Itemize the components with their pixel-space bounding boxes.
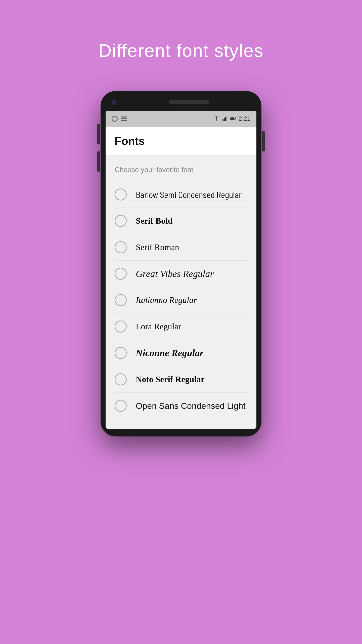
font-item-serif-roman[interactable]: Serif Roman [115,234,247,261]
phone-screen: 2:21 Fonts Choose your favorite font Bar… [106,111,256,429]
radio-great-vibes[interactable] [115,268,127,280]
font-item-great-vibes[interactable]: Great Vibes Regular [115,261,247,287]
status-bar: 2:21 [106,111,256,127]
font-item-niconne[interactable]: Niconne Regular [115,340,247,366]
notification-icon [112,116,118,122]
radio-lora[interactable] [115,320,127,333]
svg-rect-10 [236,117,236,119]
svg-rect-6 [225,117,226,121]
font-label-barlow: Barlow Semi Condensed Regular [136,189,242,200]
svg-point-3 [216,120,217,122]
font-label-niconne: Niconne Regular [136,347,203,358]
phone-frame: 2:21 Fonts Choose your favorite font Bar… [101,91,261,436]
status-time: 2:21 [239,115,250,122]
svg-rect-9 [231,117,234,119]
font-item-noto-serif[interactable]: Noto Serif Regular [115,366,247,393]
volume-down-button [97,151,100,172]
phone-speaker [169,100,209,104]
font-item-barlow[interactable]: Barlow Semi Condensed Regular [115,181,247,208]
svg-rect-7 [226,116,227,121]
radio-serif-bold[interactable] [115,215,127,227]
font-label-great-vibes: Great Vibes Regular [136,268,214,279]
svg-rect-0 [121,116,127,117]
phone-top-decor [106,99,256,111]
radio-serif-roman[interactable] [115,241,127,253]
radio-niconne[interactable] [115,347,127,359]
font-label-serif-bold: Serif Bold [136,216,172,226]
radio-barlow[interactable] [115,188,127,200]
front-camera [111,99,118,106]
content-area: Choose your favorite font Barlow Semi Co… [106,156,256,429]
font-label-noto-serif: Noto Serif Regular [136,375,205,384]
font-list: Barlow Semi Condensed Regular Serif Bold… [115,181,247,419]
signal-icon [222,116,228,122]
font-item-lora[interactable]: Lora Regular [115,313,247,340]
status-bar-right: 2:21 [213,115,250,122]
power-button [262,131,265,151]
app-bar-title: Fonts [115,135,145,147]
svg-rect-2 [121,120,127,121]
font-item-serif-bold[interactable]: Serif Bold [115,208,247,234]
font-label-serif-roman: Serif Roman [136,243,179,252]
svg-rect-1 [121,118,127,119]
font-item-italianno[interactable]: Italianno Regular [115,287,247,313]
page-title: Different font styles [99,40,264,61]
font-label-italianno: Italianno Regular [136,295,197,305]
radio-italianno[interactable] [115,294,127,306]
font-item-open-sans[interactable]: Open Sans Condensed Light [115,393,247,419]
menu-icon [121,116,127,121]
radio-noto-serif[interactable] [115,373,127,385]
font-label-open-sans: Open Sans Condensed Light [136,401,246,411]
svg-rect-4 [222,119,223,121]
status-bar-left [112,116,127,122]
section-label: Choose your favorite font [115,166,247,174]
svg-rect-5 [224,118,225,121]
radio-open-sans[interactable] [115,400,127,412]
wifi-icon [213,116,220,121]
battery-icon [230,116,236,121]
app-bar: Fonts [106,127,256,156]
font-label-lora: Lora Regular [136,322,181,331]
volume-up-button [97,124,100,144]
